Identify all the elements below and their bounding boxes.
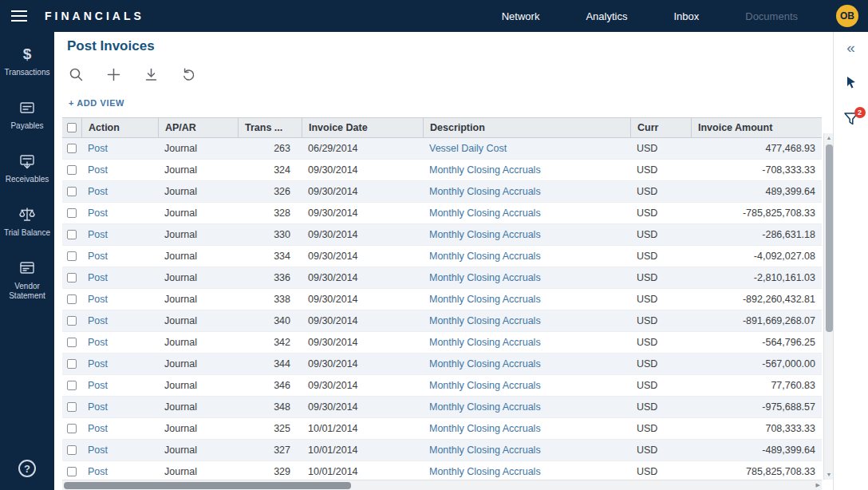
- undo-icon[interactable]: [181, 67, 196, 82]
- row-checkbox-cell: [62, 294, 81, 304]
- col-header-invoice-date[interactable]: Invoice Date: [302, 118, 423, 137]
- row-checkbox[interactable]: [67, 402, 77, 412]
- sidebar-item-payables[interactable]: Payables: [0, 98, 54, 131]
- description-link[interactable]: Monthly Closing Accruals: [429, 315, 541, 326]
- avatar[interactable]: OB: [836, 5, 858, 27]
- description-link[interactable]: Vessel Daily Cost: [429, 143, 507, 154]
- row-checkbox[interactable]: [67, 165, 77, 175]
- col-header-action[interactable]: Action: [81, 118, 158, 137]
- scroll-down-arrow-icon[interactable]: ▼: [827, 470, 832, 480]
- row-checkbox[interactable]: [67, 316, 77, 326]
- post-link[interactable]: Post: [88, 164, 108, 176]
- post-link[interactable]: Post: [88, 380, 108, 391]
- post-link[interactable]: Post: [88, 401, 108, 413]
- invoice-date-cell: 09/30/2014: [302, 164, 423, 176]
- description-cell: Monthly Closing Accruals: [423, 423, 630, 434]
- row-checkbox[interactable]: [67, 359, 77, 369]
- post-link[interactable]: Post: [88, 229, 108, 240]
- invoice-date-cell: 10/01/2014: [302, 466, 423, 477]
- nav-inbox[interactable]: Inbox: [673, 10, 699, 22]
- receivables-card-icon: [18, 152, 36, 171]
- description-link[interactable]: Monthly Closing Accruals: [429, 164, 541, 176]
- post-link[interactable]: Post: [88, 337, 108, 348]
- scroll-right-arrow-icon[interactable]: ▶: [816, 482, 820, 488]
- post-link[interactable]: Post: [88, 294, 108, 305]
- download-icon[interactable]: [144, 67, 159, 82]
- col-header-trans[interactable]: Trans ...: [238, 118, 302, 137]
- row-checkbox[interactable]: [67, 273, 77, 283]
- description-link[interactable]: Monthly Closing Accruals: [429, 251, 541, 262]
- apar-cell: Journal: [158, 272, 238, 283]
- action-cell: Post: [81, 164, 158, 176]
- sidebar-item-vendor-statement[interactable]: Vendor Statement: [0, 259, 54, 301]
- description-link[interactable]: Monthly Closing Accruals: [429, 229, 541, 240]
- row-checkbox-cell: [62, 338, 81, 347]
- row-checkbox[interactable]: [67, 208, 77, 218]
- nav-network[interactable]: Network: [502, 10, 540, 22]
- right-tool-panel: « 2: [833, 32, 868, 490]
- help-icon[interactable]: ?: [18, 460, 36, 477]
- description-link[interactable]: Monthly Closing Accruals: [429, 272, 541, 283]
- row-checkbox[interactable]: [67, 294, 77, 304]
- row-checkbox[interactable]: [67, 445, 77, 455]
- description-link[interactable]: Monthly Closing Accruals: [429, 423, 541, 434]
- apar-cell: Journal: [158, 401, 238, 413]
- add-view-button[interactable]: + ADD VIEW: [69, 98, 124, 108]
- invoice-amount-cell: -785,825,708.33: [691, 207, 822, 219]
- sidebar-item-transactions[interactable]: $ Transactions: [0, 45, 54, 77]
- search-icon[interactable]: [69, 67, 84, 82]
- description-link[interactable]: Monthly Closing Accruals: [429, 401, 541, 413]
- horizontal-scrollbar[interactable]: ▶: [62, 480, 822, 490]
- description-cell: Monthly Closing Accruals: [423, 337, 630, 348]
- invoice-date-cell: 09/30/2014: [302, 380, 423, 391]
- currency-cell: USD: [630, 337, 691, 348]
- row-checkbox[interactable]: [67, 144, 77, 153]
- description-link[interactable]: Monthly Closing Accruals: [429, 186, 541, 197]
- row-checkbox[interactable]: [67, 230, 77, 239]
- post-link[interactable]: Post: [88, 272, 108, 283]
- post-link[interactable]: Post: [88, 358, 108, 369]
- post-link[interactable]: Post: [88, 466, 108, 477]
- row-checkbox[interactable]: [67, 251, 77, 261]
- description-link[interactable]: Monthly Closing Accruals: [429, 294, 541, 305]
- description-link[interactable]: Monthly Closing Accruals: [429, 466, 541, 477]
- row-checkbox[interactable]: [67, 467, 77, 476]
- row-checkbox[interactable]: [67, 381, 77, 390]
- post-link[interactable]: Post: [88, 143, 108, 154]
- description-link[interactable]: Monthly Closing Accruals: [429, 337, 541, 348]
- scroll-up-arrow-icon[interactable]: ▲: [827, 133, 832, 143]
- row-checkbox[interactable]: [67, 338, 77, 347]
- horizontal-scrollbar-thumb[interactable]: [64, 482, 351, 489]
- col-header-invoice-amount[interactable]: Invoice Amount: [691, 118, 822, 137]
- nav-analytics[interactable]: Analytics: [586, 10, 627, 22]
- post-link[interactable]: Post: [88, 315, 108, 326]
- add-icon[interactable]: [106, 67, 121, 82]
- menu-icon[interactable]: [0, 0, 38, 32]
- description-link[interactable]: Monthly Closing Accruals: [429, 207, 541, 219]
- description-link[interactable]: Monthly Closing Accruals: [429, 380, 541, 391]
- post-link[interactable]: Post: [88, 207, 108, 219]
- filter-icon[interactable]: 2: [843, 112, 859, 129]
- col-header-apar[interactable]: AP/AR: [158, 118, 238, 137]
- sidebar-item-receivables[interactable]: Receivables: [0, 152, 54, 184]
- post-link[interactable]: Post: [88, 251, 108, 262]
- col-header-description[interactable]: Description: [423, 118, 630, 137]
- vertical-scrollbar-thumb[interactable]: [826, 144, 833, 332]
- table-row: Post Journal 334 09/30/2014 Monthly Clos…: [62, 246, 822, 267]
- select-all-checkbox[interactable]: [67, 123, 77, 132]
- description-cell: Monthly Closing Accruals: [423, 251, 630, 262]
- description-link[interactable]: Monthly Closing Accruals: [429, 358, 541, 369]
- post-link[interactable]: Post: [88, 423, 108, 434]
- invoice-amount-cell: 708,333.33: [691, 423, 822, 434]
- row-checkbox-cell: [62, 316, 81, 326]
- description-link[interactable]: Monthly Closing Accruals: [429, 445, 541, 456]
- pointer-select-icon[interactable]: [844, 75, 858, 93]
- post-link[interactable]: Post: [88, 186, 108, 197]
- row-checkbox[interactable]: [67, 424, 77, 433]
- collapse-panel-icon[interactable]: «: [846, 40, 855, 56]
- sidebar-item-trial-balance[interactable]: Trial Balance: [0, 205, 54, 238]
- col-header-curr[interactable]: Curr: [630, 118, 691, 137]
- invoice-amount-cell: -4,092,027.08: [691, 251, 822, 262]
- post-link[interactable]: Post: [88, 445, 108, 456]
- row-checkbox[interactable]: [67, 187, 77, 196]
